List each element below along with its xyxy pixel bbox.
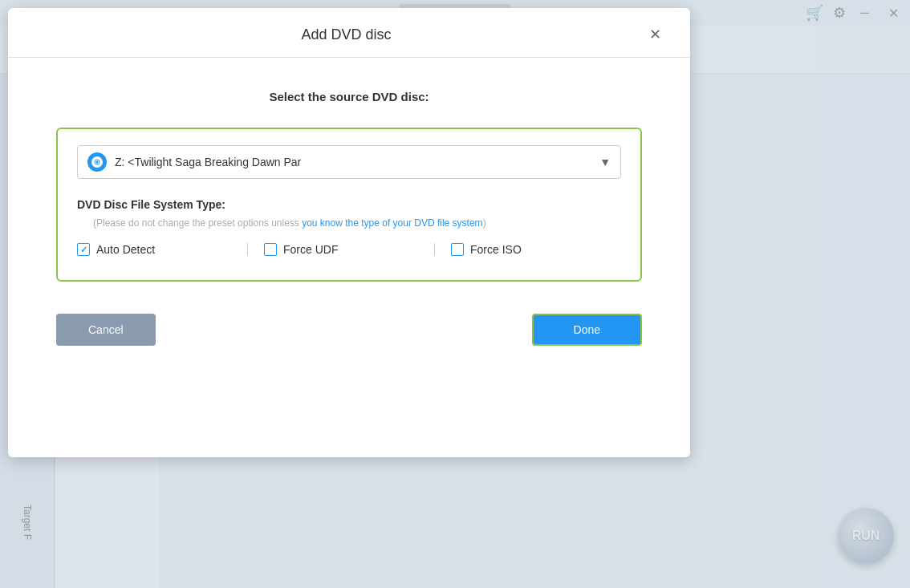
- done-button[interactable]: Done: [532, 314, 642, 346]
- disc-dropdown[interactable]: Z: <Twilight Saga Breaking Dawn Par ▼: [77, 145, 621, 179]
- dialog-footer: Cancel Done: [8, 298, 690, 346]
- disc-dropdown-icon: [87, 152, 107, 172]
- file-system-header: DVD Disc File System Type: (Please do no…: [77, 198, 621, 229]
- disc-dropdown-text: Z: <Twilight Saga Breaking Dawn Par: [115, 156, 591, 168]
- cancel-button[interactable]: Cancel: [56, 314, 156, 346]
- svg-point-19: [96, 161, 99, 164]
- dialog: Add DVD disc ✕ Select the source DVD dis…: [8, 8, 690, 457]
- auto-detect-label: Auto Detect: [96, 243, 155, 256]
- disc-selector-container: Z: <Twilight Saga Breaking Dawn Par ▼ DV…: [56, 128, 642, 282]
- file-system-label: DVD Disc File System Type:: [77, 198, 225, 211]
- option-auto-detect: Auto Detect: [77, 243, 247, 256]
- option-force-iso: Force ISO: [434, 243, 621, 256]
- main-area: Target F Add DVD disc ✕ Select the sourc…: [0, 74, 910, 588]
- checkbox-force-iso[interactable]: [451, 243, 464, 256]
- dialog-subtitle: Select the source DVD disc:: [56, 90, 642, 103]
- option-force-udf: Force UDF: [247, 243, 434, 256]
- file-system-options: Auto Detect Force UDF Force ISO: [77, 243, 621, 256]
- file-system-note: (Please do not change the preset options…: [93, 217, 486, 229]
- force-iso-label: Force ISO: [470, 243, 522, 256]
- dialog-body: Select the source DVD disc: Z: <Twilight…: [8, 58, 690, 298]
- dialog-close-button[interactable]: ✕: [644, 24, 666, 45]
- dropdown-arrow-icon: ▼: [599, 156, 611, 168]
- dialog-overlay: Add DVD disc ✕ Select the source DVD dis…: [0, 0, 910, 588]
- checkbox-force-udf[interactable]: [264, 243, 277, 256]
- force-udf-label: Force UDF: [283, 243, 338, 256]
- dialog-header: Add DVD disc ✕: [8, 8, 690, 58]
- dialog-title: Add DVD disc: [48, 26, 644, 43]
- checkbox-auto-detect[interactable]: [77, 243, 90, 256]
